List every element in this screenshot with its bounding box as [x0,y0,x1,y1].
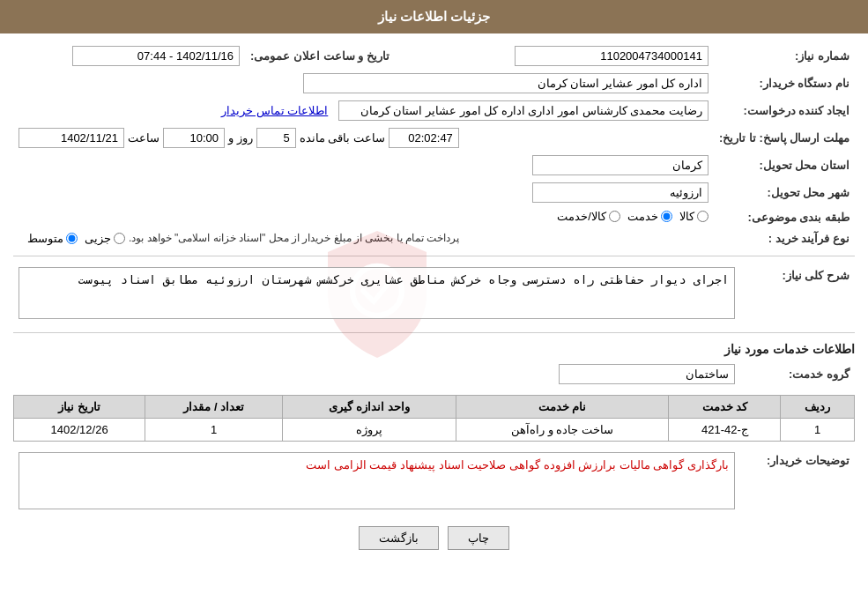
response-remaining-box: 02:02:47 [389,128,459,148]
contact-link[interactable]: اطلاعات تماس خریدار [221,104,328,117]
divider-2 [13,332,855,333]
category-kala-label: کالا [679,210,694,223]
province-box: کرمان [532,155,708,175]
response-days-box: 5 [256,128,296,148]
buyer-notes-box: بارگذاری گواهی مالیات برارزش افزوده گواه… [19,452,735,509]
process-motavaset-label: متوسط [27,232,63,245]
creator-box: رضایت محمدی کارشناس امور اداری اداره کل … [338,100,708,121]
category-label: طبقه بندی موضوعی: [714,206,855,228]
response-deadline-value: 1402/11/21 ساعت 10:00 روز و 5 ساعت باقی … [13,124,714,152]
response-time-box: 10:00 [163,128,225,148]
creator-label: ایجاد کننده درخواست: [714,97,855,124]
buyer-notes-value: بارگذاری گواهی مالیات برارزش افزوده گواه… [13,449,740,513]
buyer-notes-label: توضیحات خریدار: [740,449,855,513]
city-value: ارزوئیه [13,179,714,206]
need-number-label: شماره نیاز: [714,42,855,70]
service-group-value: ساختمان [13,360,740,388]
buyer-org-label: نام دستگاه خریدار: [714,70,855,97]
info-table-1: شماره نیاز: 1102004734000141 تاریخ و ساع… [13,42,855,249]
col-header-unit: واحد اندازه گیری [283,396,456,419]
process-jozi-label: جزیی [85,232,111,245]
info-table-notes: توضیحات خریدار: بارگذاری گواهی مالیات بر… [13,449,855,513]
response-remaining-label: ساعت باقی مانده [300,131,385,145]
category-khedmat-radio[interactable] [661,211,672,222]
response-date-box: 1402/11/21 [19,128,124,148]
response-deadline-label: مهلت ارسال پاسخ: تا تاریخ: [714,124,855,152]
table-row: 1ج-42-421ساخت جاده و راه‌آهنپروژه11402/1… [14,419,855,442]
city-box: ارزوئیه [532,182,708,203]
page-wrapper: جزئیات اطلاعات نیاز شماره نیاز: 11020047… [0,0,868,609]
category-kala-khedmat[interactable]: کالا/خدمت [557,210,620,223]
col-header-row: ردیف [781,396,855,419]
page-header: جزئیات اطلاعات نیاز [0,0,868,33]
process-jozi-radio[interactable] [114,233,125,244]
service-group-label: گروه خدمت: [740,360,855,388]
category-kala-radio[interactable] [697,211,708,222]
process-jozi[interactable]: جزیی [85,232,125,245]
service-group-box: ساختمان [559,364,735,384]
category-kala-khedmat-radio[interactable] [609,211,620,222]
page-title: جزئیات اطلاعات نیاز [378,9,490,24]
col-header-quantity: تعداد / مقدار [145,396,283,419]
announce-date-label: تاریخ و ساعت اعلان عمومی: [245,42,395,70]
province-value: کرمان [13,152,714,179]
buyer-org-box: اداره کل امور عشایر استان کرمان [303,73,708,93]
category-khedmat-label: خدمت [627,210,658,223]
col-header-code: کد خدمت [669,396,781,419]
print-button[interactable]: چاپ [448,526,509,550]
announce-date-value: 1402/11/16 - 07:44 [13,42,245,70]
province-label: استان محل تحویل: [714,152,855,179]
creator-value: رضایت محمدی کارشناس امور اداری اداره کل … [13,97,714,124]
response-days-label: روز و [228,131,253,145]
info-table-description: شرح کلی نیاز: [13,264,855,325]
process-motavaset[interactable]: متوسط [27,232,78,245]
response-time-label: ساعت [128,131,160,145]
category-kala[interactable]: کالا [679,210,708,223]
description-label: شرح کلی نیاز: [740,264,855,325]
category-kala-khedmat-label: کالا/خدمت [557,210,606,223]
description-value [13,264,740,325]
divider-1 [13,256,855,256]
process-note: پرداخت تمام یا بخشی از مبلغ خریدار از مح… [129,232,459,244]
process-options: متوسط جزیی پرداخت تمام یا بخشی از مبلغ خ… [13,228,714,249]
description-textarea[interactable] [19,267,735,319]
process-label: نوع فرآیند خرید : [714,228,855,249]
content-area: شماره نیاز: 1102004734000141 تاریخ و ساع… [0,33,868,572]
category-khedmat[interactable]: خدمت [627,210,672,223]
services-table: ردیف کد خدمت نام خدمت واحد اندازه گیری ت… [13,395,855,442]
announce-date-box: 1402/11/16 - 07:44 [72,46,240,66]
back-button[interactable]: بازگشت [359,526,439,550]
need-number-value: 1102004734000141 [448,42,714,70]
need-number-box: 1102004734000141 [515,46,708,66]
category-options: کالا/خدمت خدمت کالا [13,206,714,228]
col-header-date: تاریخ نیاز [14,396,145,419]
city-label: شهر محل تحویل: [714,179,855,206]
col-header-name: نام خدمت [456,396,668,419]
service-group-table: گروه خدمت: ساختمان [13,360,855,388]
services-section-title: اطلاعات خدمات مورد نیاز [13,342,855,356]
buyer-notes-text: بارگذاری گواهی مالیات برارزش افزوده گواه… [306,458,729,472]
buyer-org-value: اداره کل امور عشایر استان کرمان [13,70,714,97]
process-motavaset-radio[interactable] [66,233,78,244]
button-area: چاپ بازگشت [13,526,855,550]
